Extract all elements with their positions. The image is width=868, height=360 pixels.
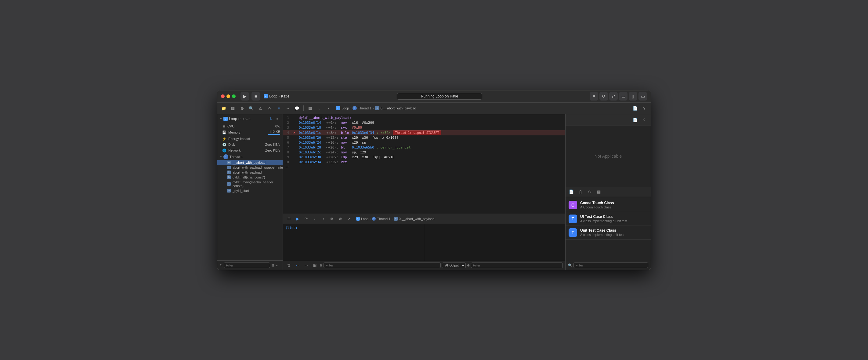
arrow-btn[interactable]: → <box>284 104 292 112</box>
cocoa-name: Cocoa Touch Class <box>580 201 648 205</box>
layout-grid-btn[interactable]: ▦ <box>306 104 314 112</box>
refresh-btn[interactable]: ↻ <box>268 116 274 121</box>
debug-continue-btn[interactable]: ▶ <box>294 215 301 222</box>
breadcrumb-frame: 0 __abort_with_payload <box>380 106 416 110</box>
frame-name-0: __abort_with_payload <box>232 161 266 164</box>
doc-btn[interactable]: 📄 <box>631 104 639 112</box>
rotate-btn[interactable]: ↺ <box>599 92 608 101</box>
line-addr-5: 0x1033e6f20 <box>299 136 326 140</box>
stack-frame-4[interactable]: 4 dyld::_main(macho_header const*,. <box>217 180 283 188</box>
memory-bar <box>268 134 280 135</box>
diamond-btn[interactable]: ◇ <box>266 104 274 112</box>
line-num-4: 4 <box>283 131 291 135</box>
sidebar-filter-input[interactable] <box>224 262 270 268</box>
thread-icon: T <box>352 106 357 110</box>
folder-btn[interactable]: 📁 <box>220 104 228 112</box>
debug-step-out-btn[interactable]: ↑ <box>319 215 327 222</box>
network-item: 🌐 Network Zero KB/s <box>217 147 283 154</box>
debug-copy-btn[interactable]: ⧉ <box>328 215 335 222</box>
stack-frame-3[interactable]: 3 dyld::halt(char const*) <box>217 175 283 180</box>
frame-icon: 0 <box>375 106 379 110</box>
rp-doc-btn[interactable]: 📄 <box>631 116 639 124</box>
collapse-triangle[interactable]: ▼ <box>220 117 222 120</box>
layout3-btn[interactable]: ▭ <box>639 92 647 101</box>
sidebar-menu-btn[interactable]: ≡ <box>275 116 280 121</box>
menu-btn[interactable]: ≡ <box>590 92 598 101</box>
filter-dots-btn[interactable]: ⋯ <box>279 262 282 268</box>
run-button[interactable]: ▶ <box>241 92 249 101</box>
template-ui-test[interactable]: T UI Test Case Class A class implementin… <box>565 212 651 226</box>
debug-step-in-btn[interactable]: ↓ <box>311 215 318 222</box>
frame-icon-1: 1 <box>227 166 231 169</box>
template-unit-test[interactable]: T Unit Test Case Class A class implement… <box>565 226 651 240</box>
line-addr-2: 0x1033e6f14 <box>299 121 326 125</box>
help-btn[interactable]: ? <box>640 104 648 112</box>
nav-back-btn[interactable]: ‹ <box>315 104 323 112</box>
line-num-7: 7 <box>283 145 291 149</box>
console-view1[interactable]: ▭ <box>294 261 301 269</box>
stack-frame-0[interactable]: 0 __abort_with_payload <box>217 160 283 165</box>
add-btn[interactable]: ⊕ <box>238 104 246 112</box>
cpu-value: 0% <box>275 124 280 128</box>
rp-tab-ui[interactable]: ▦ <box>595 189 602 195</box>
maximize-button[interactable] <box>232 94 236 98</box>
list-btn[interactable]: ≡ <box>275 104 283 112</box>
breadcrumb: L Loop › T Thread 1 › 0 0 __abort_with_p… <box>336 106 416 110</box>
rp-tab-file[interactable]: 📄 <box>568 189 575 195</box>
traffic-lights <box>221 94 236 98</box>
right-panel: 📄 ? Not Applicable 📄 {} ⊙ ▦ <box>565 114 651 270</box>
rp-tab-object[interactable]: ⊙ <box>586 189 593 195</box>
layout1-btn[interactable]: ▭ <box>619 92 627 101</box>
line-addr-10: 0x1033e6f34 <box>299 160 326 164</box>
link-btn[interactable]: ⇄ <box>609 92 618 101</box>
console-right-filter-input[interactable] <box>471 262 563 268</box>
warn-btn[interactable]: ⚠ <box>256 104 264 112</box>
line-op-9: x29, x30, [sp], #0x10 <box>352 155 394 159</box>
console-left-filter-input[interactable] <box>323 262 441 268</box>
console-left-filter: ⊕ <box>319 262 441 268</box>
right-filter-input[interactable] <box>574 262 648 268</box>
frame-icon-2: 2 <box>227 170 231 174</box>
debug-bc-thread: T <box>372 217 376 221</box>
console-view2[interactable]: ▭ <box>303 261 310 269</box>
search-btn[interactable]: 🔍 <box>247 104 255 112</box>
sidebar-process-title: ▼ L Loop PID 525 <box>220 117 250 121</box>
thread-collapse[interactable]: ▼ <box>220 155 222 158</box>
title-center <box>292 93 587 100</box>
grid-btn[interactable]: ▦ <box>229 104 237 112</box>
line-offset-2: <+0>: <box>326 121 341 125</box>
nav-fwd-btn[interactable]: › <box>324 104 332 112</box>
memory-item: 💾 Memory 112 KB <box>217 129 283 136</box>
line-instr-8: mov <box>341 150 352 154</box>
template-cocoa-touch[interactable]: C Cocoa Touch Class A Cocoa Touch class <box>565 198 651 212</box>
titlebar: ▶ ■ L Loop › Katie ≡ ↺ ⇄ ▭ ▯ ▭ <box>217 90 651 103</box>
console-area: (lldb) <box>283 224 565 261</box>
debug-location-btn[interactable]: ⊡ <box>285 215 293 222</box>
stop-button[interactable]: ■ <box>251 92 260 101</box>
cocoa-icon: C <box>568 201 577 209</box>
line-addr-4: 0x1033e6f1c <box>299 131 326 135</box>
close-button[interactable] <box>221 94 225 98</box>
debug-goto-btn[interactable]: ↗ <box>345 215 352 222</box>
console-grid-btn[interactable]: ▦ <box>311 261 318 269</box>
debug-share-btn[interactable]: ⊕ <box>337 215 344 222</box>
stack-frame-2[interactable]: 2 abort_with_payload <box>217 170 283 175</box>
console-clear-btn[interactable]: 🗑 <box>285 261 293 269</box>
code-line-10: 10 0x1033e6f34 <+32>: ret <box>283 160 565 165</box>
frame-icon-4: 4 <box>227 182 231 186</box>
filter-circle-icon2: ⊕ <box>467 264 470 268</box>
output-select[interactable]: All Output <box>442 262 466 268</box>
bubble-btn[interactable]: 💬 <box>293 104 301 112</box>
line-op-3: #0x80 <box>352 126 376 130</box>
stack-frame-5[interactable]: 5 _dyld_start <box>217 188 283 193</box>
rp-help-btn[interactable]: ? <box>640 116 648 124</box>
rp-tab-code[interactable]: {} <box>577 189 584 195</box>
filter-grid-btn[interactable]: ▦ <box>271 262 274 268</box>
stack-frame-1[interactable]: 1 abort_with_payload_wrapper_inter... <box>217 165 283 170</box>
title-input[interactable] <box>397 93 482 100</box>
signal-badge: Thread 1: signal SIGABRT <box>393 131 441 135</box>
minimize-button[interactable] <box>226 94 230 98</box>
debug-step-over-btn[interactable]: ↷ <box>303 215 310 222</box>
filter-list-btn[interactable]: ≡ <box>276 262 277 268</box>
layout2-btn[interactable]: ▯ <box>629 92 637 101</box>
